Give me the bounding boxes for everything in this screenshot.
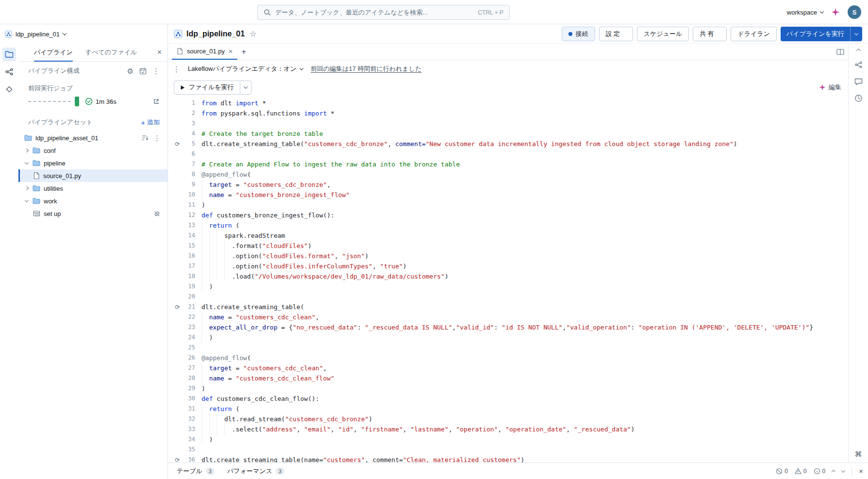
code-line[interactable]: 28name = "customers_cdc_clean_flow" [168,373,848,383]
code-line[interactable]: 10name = "customers_bronze_ingest_flow" [168,190,848,200]
code-line[interactable]: 35 [168,445,848,455]
files-panel-icon[interactable] [2,48,16,61]
panel-expand-icon[interactable] [832,470,835,473]
global-search-input[interactable]: データ、ノートブック、最近のアイテムなどを検索... CTRL + P [257,5,510,20]
code-line[interactable]: 19) [168,281,848,292]
chevron-right-icon[interactable] [25,186,29,190]
tree-item-utilities[interactable]: utilities [18,182,167,195]
info-counter[interactable]: 0 [814,468,826,475]
code-line[interactable]: 22name = "customers_cdc_clean", [168,312,848,322]
error-counter[interactable]: 0 [776,468,788,475]
editor-mode-select[interactable]: Lakeflowパイプラインエディタ：オン [188,65,303,73]
code-line[interactable]: 9target = "customers_cdc_bronze", [168,180,848,190]
code-area[interactable]: 1from dlt import *2from pyspark.sql.func… [168,97,848,462]
code-line[interactable]: 4# Create the target bronze table [168,129,848,139]
tab-tables[interactable]: テーブル 3 [177,467,215,476]
tab-pipeline[interactable]: パイプライン [34,44,73,61]
code-line[interactable]: 25 [168,343,848,353]
favorite-star-icon[interactable]: ☆ [250,30,256,38]
schedule-calendar-icon[interactable] [139,67,147,75]
panel-collapse-icon[interactable] [842,470,845,473]
dry-run-button[interactable]: ドライラン [731,27,777,41]
settings-button[interactable]: 設定 [599,27,633,41]
chevron-down-icon[interactable] [854,31,858,35]
code-line[interactable]: 17.option("cloudFiles.inferColumnTypes",… [168,261,848,271]
sort-icon[interactable] [142,135,149,141]
pipeline-selector[interactable]: ldp_pipeline_01 [0,24,167,44]
workspace-switcher[interactable]: workspace [787,9,823,16]
tree-item-conf[interactable]: conf [18,144,167,157]
code-line[interactable]: 13return ( [168,220,848,231]
tree-item-source-01-py[interactable]: source_01.py [18,169,167,182]
close-panel-icon[interactable]: × [859,467,863,475]
tab-all-files[interactable]: すべてのファイル [85,44,137,61]
code-line[interactable]: 18.load("/Volumes/workspace/dev_ldp_01/r… [168,271,848,281]
add-asset-button[interactable]: + 追加 [141,118,160,127]
code-line[interactable]: 32dlt.read_stream("customers_cdc_bronze"… [168,414,848,424]
close-sidebar-icon[interactable]: × [157,49,162,56]
version-history-icon[interactable] [854,94,863,102]
code-line[interactable]: 1from dlt import * [168,98,848,108]
code-line[interactable]: 34) [168,434,848,445]
tree-item-ldp-pipeline-asset-01[interactable]: ldp_pipeline_asset_01 ⋮ [18,132,167,144]
share-button[interactable]: 共有 [693,27,727,41]
code-line[interactable]: 2from pyspark.sql.functions import * [168,108,848,118]
code-line[interactable]: 8@append_flow( [168,169,848,180]
assets-panel-icon[interactable] [2,83,16,96]
code-line[interactable]: 14spark.readStream [168,231,848,241]
connect-button[interactable]: 接続 [562,27,595,41]
comments-icon[interactable] [854,78,863,85]
tab-performance[interactable]: パフォーマンス 3 [227,467,284,476]
streaming-table-icon[interactable]: ⟳ [174,141,181,147]
chevron-down-icon[interactable] [25,198,29,202]
code-line[interactable]: ⟳36dlt.create_streaming_table(name="cust… [168,455,848,462]
tree-item-pipeline[interactable]: pipeline [18,157,167,169]
more-kebab-icon[interactable]: ⋮ [152,67,160,75]
code-line[interactable]: 24) [168,332,848,343]
code-line[interactable]: 29) [168,383,848,394]
code-line[interactable]: 27target = "customers_cdc_clean", [168,363,848,373]
new-tab-icon[interactable]: + [237,46,250,58]
code-line[interactable]: 3 [168,118,848,129]
tree-item-set-up[interactable]: set up [18,207,167,220]
code-line[interactable]: ⟳21dlt.create_streaming_table( [168,302,848,312]
editor-kebab-icon[interactable]: ⋮ [173,66,180,73]
code-line[interactable]: 23expect_all_or_drop = {"no_rescued_data… [168,322,848,332]
streaming-table-icon[interactable]: ⟳ [174,457,181,463]
code-line[interactable]: 7# Create an Append Flow to ingest the r… [168,159,848,169]
code-line[interactable]: 26@append_flow( [168,353,848,363]
code-line[interactable]: 6 [168,149,848,159]
schedule-button[interactable]: スケジュール [637,27,689,41]
split-view-icon[interactable] [836,49,844,55]
warning-counter[interactable]: 0 [795,468,807,475]
code-line[interactable]: 15.format("cloudFiles") [168,241,848,251]
assistant-edit-button[interactable]: 編集 [819,83,841,92]
open-run-external-icon[interactable] [153,98,160,105]
link-off-icon[interactable] [153,210,161,217]
assistant-sparkle-icon[interactable] [831,8,840,17]
tree-item-work[interactable]: work [18,195,167,207]
chevron-down-icon[interactable] [243,84,247,88]
close-tab-icon[interactable]: × [229,48,233,55]
chevron-down-icon[interactable] [25,160,29,164]
last-edit-link[interactable]: 前回の編集は17 時間前に行われました [311,65,422,73]
user-avatar[interactable]: S [848,5,861,19]
code-line[interactable]: ⟳5dlt.create_streaming_table("customers_… [168,139,848,149]
collapse-panel-icon[interactable] [857,49,860,52]
code-line[interactable]: 33.select("address", "email", "id", "fir… [168,424,848,434]
code-line[interactable]: 31return ( [168,404,848,414]
code-line[interactable]: 30def customers_cdc_clean_flow(): [168,394,848,404]
code-line[interactable]: 20 [168,292,848,302]
code-line[interactable]: 16.option("cloudFiles.format", "json") [168,251,848,261]
run-success-bar[interactable] [75,97,79,106]
editor-tab-source-01-py[interactable]: source_01.py × [172,44,237,60]
keyboard-shortcuts-icon[interactable]: ⌘ [855,450,862,458]
code-line[interactable]: 12def customers_bronze_ingest_flow(): [168,210,848,220]
more-kebab-icon[interactable]: ⋮ [153,134,161,142]
pipeline-graph-icon[interactable] [2,65,16,79]
lineage-icon[interactable] [854,61,863,69]
run-pipeline-button[interactable]: パイプラインを実行 [781,27,862,41]
run-file-button[interactable]: ファイルを実行 [174,81,251,95]
settings-gear-icon[interactable]: ⚙ [127,67,134,75]
chevron-right-icon[interactable] [25,149,29,152]
